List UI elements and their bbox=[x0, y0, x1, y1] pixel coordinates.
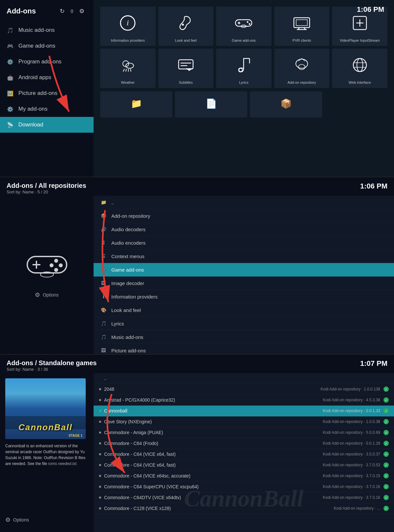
sidebar-item-music[interactable]: 🎵 Music add-ons bbox=[0, 22, 94, 38]
android-icon: 🤖 bbox=[7, 74, 14, 81]
tile-more-1[interactable]: 📁 bbox=[100, 91, 172, 118]
sidebar-label-download: Download bbox=[18, 122, 43, 128]
panel-1: Add-ons ↻ 0 ⚙ 🎵 Music add-ons 🎮 Game add… bbox=[0, 0, 394, 177]
sidebar-item-android[interactable]: 🤖 Android apps bbox=[0, 70, 94, 85]
game-item-c64-vice2[interactable]: ■ Commodore - C64 (VICE x64, fast) Kodi … bbox=[94, 460, 394, 471]
list-item-addon-repo[interactable]: 📦 Add-on repository bbox=[94, 209, 394, 223]
tile-look-feel[interactable]: Look and feel bbox=[158, 7, 214, 46]
sidebar-item-download[interactable]: 📡 Download bbox=[0, 117, 94, 133]
game-item-dotdot[interactable]: .. bbox=[94, 373, 394, 384]
list-item-lyrics[interactable]: 🎵 Lyrics bbox=[94, 317, 394, 330]
sidebar-label-android: Android apps bbox=[18, 74, 51, 81]
tile-label-info: Information providers bbox=[111, 38, 145, 43]
item-repo-c64-frodo: Kodi Add-on repository · 0.0.1.28 bbox=[323, 441, 380, 446]
verified-amstrad: ✓ bbox=[383, 397, 389, 403]
list-item-audio-enc[interactable]: 🎛 Audio encoders bbox=[94, 236, 394, 250]
tile-web-interface[interactable]: Web interface bbox=[332, 49, 387, 88]
item-name-c64dtv: Commodore - C64DTV (VICE x64dtv) bbox=[104, 495, 323, 500]
tile-label-lyrics: Lyrics bbox=[239, 80, 248, 85]
list-item-info-prov[interactable]: ℹ Information providers bbox=[94, 290, 394, 303]
sidebar-header: Add-ons ↻ 0 ⚙ bbox=[0, 0, 94, 20]
list-item-image-dec[interactable]: 🖼 Image decoder bbox=[94, 277, 394, 290]
item-label-audio-enc: Audio encoders bbox=[111, 240, 387, 246]
game-item-amstrad[interactable]: ■ Amstrad - PC/GX4000 (Caprice32) Kodi A… bbox=[94, 395, 394, 406]
list-item-picture-add[interactable]: 🖼 Picture add-ons bbox=[94, 344, 394, 354]
game-item-c64-x64sc[interactable]: ■ Commodore - C64 (VICE x64sc, accurate)… bbox=[94, 471, 394, 481]
bullet-c64-vice2: ■ bbox=[99, 463, 104, 467]
list-item-audio-dec[interactable]: 🔊 Audio decoders bbox=[94, 223, 394, 236]
tile-label-look: Look and feel bbox=[175, 38, 197, 43]
svg-rect-13 bbox=[296, 20, 307, 26]
panel3-options[interactable]: ⚙ Options bbox=[5, 513, 88, 527]
panel-2: Add-ons / All repositories Sort by: Name… bbox=[0, 177, 394, 355]
partial-row: 📁 📄 📦 bbox=[100, 91, 387, 118]
tile-weather[interactable]: Weather bbox=[100, 49, 156, 88]
audio-enc-icon: 🎛 bbox=[100, 239, 107, 246]
item-name-c64-frodo: Commodore - C64 (Frodo) bbox=[104, 441, 323, 446]
sidebar-item-picture[interactable]: 🖼️ Picture add-ons bbox=[0, 85, 94, 101]
item-name-amstrad: Amstrad - PC/GX4000 (Caprice32) bbox=[104, 397, 323, 403]
tile-label-weather: Weather bbox=[121, 80, 135, 85]
sidebar-item-program[interactable]: ⚙️ Program add-ons bbox=[0, 54, 94, 70]
tile-icon-lyrics bbox=[237, 53, 250, 78]
tile-label-addon-repo: Add-on repository bbox=[288, 80, 316, 85]
sidebar-controls: ↻ 0 ⚙ bbox=[57, 6, 87, 16]
panel2-title: Add-ons / All repositories bbox=[7, 182, 86, 189]
tile-lyrics[interactable]: Lyrics bbox=[216, 49, 272, 88]
item-name-c64-vice1: Commodore - C64 (VICE x64, fast) bbox=[104, 452, 323, 457]
panel2-body: ⚙ Options 📁 .. 📦 Add-on repository 🔊 Aud… bbox=[0, 196, 394, 354]
bullet-c64dtv: ■ bbox=[99, 495, 104, 500]
list-item-music-add[interactable]: 🎵 Music add-ons bbox=[94, 330, 394, 344]
item-repo-c64-x64sc: Kodi Add-on repository · 3.7.0.15 bbox=[323, 474, 380, 478]
sidebar-label-game: Game add-ons bbox=[18, 43, 55, 49]
panel3-header: Add-ons / Standalone games Sort by: Name… bbox=[0, 355, 394, 373]
game-icon: 🎮 bbox=[7, 42, 14, 50]
time-panel3: 1:07 PM bbox=[360, 359, 387, 368]
info-prov-icon: ℹ bbox=[100, 293, 107, 300]
game-item-2048[interactable]: ■ 2048 Kodi Add-on repository · 1.0.0.13… bbox=[94, 384, 394, 395]
list-item-dotdot[interactable]: 📁 .. bbox=[94, 196, 394, 209]
sync-icon[interactable]: ↻ bbox=[57, 6, 67, 16]
controller-large-icon bbox=[21, 248, 73, 288]
game-item-amiga[interactable]: ■ Commodore - Amiga (PUAE) Kodi Add-on r… bbox=[94, 427, 394, 438]
tile-label-web: Web interface bbox=[349, 80, 371, 85]
game-description: Cannonball is an enhanced version of the… bbox=[5, 443, 88, 467]
tile-game-addons[interactable]: Game add-ons bbox=[216, 7, 272, 46]
settings-icon[interactable]: ⚙ bbox=[77, 6, 87, 16]
list-item-look-feel[interactable]: 🎨 Look and feel bbox=[94, 303, 394, 317]
item-repo-c64-supercpu: Kodi Add-on repository · 3.7.0.16 bbox=[323, 484, 380, 489]
item-name-amiga: Commodore - Amiga (PUAE) bbox=[104, 430, 323, 435]
look-feel-icon: 🎨 bbox=[100, 307, 107, 313]
options-icon: ⚙ bbox=[35, 291, 40, 299]
context-icon: ☰ bbox=[100, 253, 107, 259]
tile-more-2[interactable]: 📄 bbox=[175, 91, 247, 118]
tile-icon-web bbox=[352, 53, 368, 78]
sidebar-item-myadd[interactable]: ⚙️ My add-ons bbox=[0, 101, 94, 117]
tile-subtitles[interactable]: Subtitles bbox=[158, 49, 214, 88]
tile-addon-repo[interactable]: Add-on repository bbox=[274, 49, 330, 88]
game-item-cannonball[interactable]: ✓ Cannonball Kodi Add-on repository · 0.… bbox=[94, 406, 394, 416]
item-repo-cannonball: Kodi Add-on repository · 0.0.1.33 bbox=[323, 409, 380, 413]
tile-more-3[interactable]: 📦 bbox=[250, 91, 322, 118]
list-item-context[interactable]: ☰ Context menus bbox=[94, 250, 394, 263]
game-item-cave-story[interactable]: ■ Cave Story (NXEngine) Kodi Add-on repo… bbox=[94, 416, 394, 427]
verified-c64-vice1: ✓ bbox=[383, 452, 389, 457]
game-item-c64-vice1[interactable]: ■ Commodore - C64 (VICE x64, fast) Kodi … bbox=[94, 449, 394, 460]
game-item-c128[interactable]: ■ Commodore - C128 (VICE x128) Kodi Add-… bbox=[94, 503, 394, 514]
svg-rect-23 bbox=[179, 60, 193, 69]
svg-point-30 bbox=[298, 64, 305, 70]
sidebar-item-game[interactable]: 🎮 Game add-ons bbox=[0, 38, 94, 54]
tile-pvr[interactable]: PVR clients bbox=[274, 7, 330, 46]
panel2-options[interactable]: ⚙ Options bbox=[28, 288, 65, 302]
game-item-c64-supercpu[interactable]: ■ Commodore - C64 SuperCPU (VICE xscpu64… bbox=[94, 481, 394, 492]
list-item-game-add[interactable]: 🎮 Game add-ons bbox=[94, 263, 394, 277]
game-item-c64-frodo[interactable]: ■ Commodore - C64 (Frodo) Kodi Add-on re… bbox=[94, 438, 394, 449]
panel3-title: Add-ons / Standalone games bbox=[7, 359, 97, 367]
sidebar-panel1: Add-ons ↻ 0 ⚙ 🎵 Music add-ons 🎮 Game add… bbox=[0, 0, 94, 177]
game-item-c64dtv[interactable]: ■ Commodore - C64DTV (VICE x64dtv) Kodi … bbox=[94, 492, 394, 503]
item-label-look-feel: Look and feel bbox=[111, 307, 387, 313]
svg-line-22 bbox=[130, 69, 131, 72]
tile-icon-info: i bbox=[120, 11, 136, 35]
tile-info-providers[interactable]: i Information providers bbox=[100, 7, 156, 46]
time-panel1: 1:06 PM bbox=[357, 5, 384, 14]
